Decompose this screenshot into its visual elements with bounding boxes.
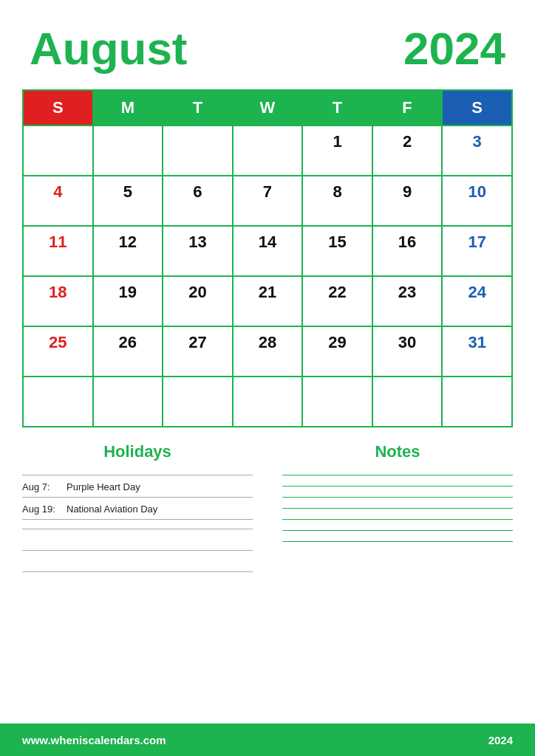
holidays-title: Holidays <box>22 442 253 461</box>
notes-line-1 <box>282 475 513 475</box>
col-header-tuesday: T <box>163 90 233 126</box>
calendar-cell: 25 <box>23 326 93 377</box>
holidays-list: Aug 7:Purple Heart DayAug 19:National Av… <box>22 475 253 520</box>
holiday-date: Aug 7: <box>22 481 67 492</box>
calendar-container: S M T W T F S 12345678910111213141516171… <box>0 89 535 427</box>
notes-lines <box>282 475 513 542</box>
calendar-cell: 3 <box>442 126 512 176</box>
col-header-monday: M <box>93 90 163 126</box>
calendar-cell: 5 <box>93 176 163 226</box>
calendar-cell <box>93 126 163 176</box>
col-header-thursday: T <box>302 90 372 126</box>
calendar-cell: 19 <box>93 276 163 326</box>
calendar-week-1: 123 <box>23 126 512 176</box>
calendar-cell: 30 <box>372 326 443 377</box>
calendar-week-6 <box>23 377 512 427</box>
holiday-entry-1: Aug 7:Purple Heart Day <box>22 475 253 498</box>
calendar-cell: 29 <box>302 326 372 377</box>
calendar-cell: 27 <box>163 326 233 377</box>
calendar-week-5: 25262728293031 <box>23 326 512 377</box>
notes-line-3 <box>282 497 513 498</box>
notes-line-7 <box>282 541 513 542</box>
calendar-cell <box>233 377 303 427</box>
calendar-week-2: 45678910 <box>23 176 512 226</box>
notes-line-5 <box>282 519 513 520</box>
calendar-cell <box>163 377 233 427</box>
calendar-cell: 12 <box>93 226 163 276</box>
notes-line-4 <box>282 508 513 509</box>
calendar-cell: 9 <box>372 176 443 226</box>
calendar-cell <box>372 377 443 427</box>
calendar-cell: 13 <box>163 226 233 276</box>
year-title: 2024 <box>403 22 505 75</box>
col-header-wednesday: W <box>233 90 303 126</box>
notes-line-2 <box>282 486 513 487</box>
holiday-date: Aug 19: <box>22 504 67 515</box>
calendar-cell: 17 <box>442 226 512 276</box>
col-header-sunday: S <box>23 90 93 126</box>
calendar-cell: 24 <box>442 276 512 326</box>
calendar-cell <box>442 377 512 427</box>
footer: www.wheniscalendars.com 2024 <box>0 724 535 756</box>
calendar-cell <box>163 126 233 176</box>
calendar-table: S M T W T F S 12345678910111213141516171… <box>22 89 513 427</box>
calendar-cell <box>23 126 93 176</box>
calendar-cell: 20 <box>163 276 233 326</box>
calendar-cell: 31 <box>442 326 512 377</box>
calendar-cell: 21 <box>233 276 303 326</box>
calendar-cell: 7 <box>233 176 303 226</box>
calendar-cell: 26 <box>93 326 163 377</box>
calendar-cell <box>233 126 303 176</box>
calendar-cell <box>302 377 372 427</box>
calendar-week-3: 11121314151617 <box>23 226 512 276</box>
holiday-name: National Aviation Day <box>67 504 157 515</box>
calendar-cell: 22 <box>302 276 372 326</box>
calendar-week-4: 18192021222324 <box>23 276 512 326</box>
calendar-body: 1234567891011121314151617181920212223242… <box>23 126 512 427</box>
header: August 2024 <box>0 0 535 89</box>
calendar-cell: 28 <box>233 326 303 377</box>
footer-year: 2024 <box>488 734 513 746</box>
calendar-cell: 2 <box>372 126 443 176</box>
bottom-section: Holidays Aug 7:Purple Heart DayAug 19:Na… <box>0 427 535 724</box>
col-header-friday: F <box>372 90 443 126</box>
calendar-cell <box>93 377 163 427</box>
calendar-header-row: S M T W T F S <box>23 90 512 126</box>
calendar-cell: 10 <box>442 176 512 226</box>
calendar-cell: 11 <box>23 226 93 276</box>
notes-section: Notes <box>268 442 513 724</box>
notes-line-6 <box>282 530 513 531</box>
calendar-cell: 15 <box>302 226 372 276</box>
calendar-cell: 14 <box>233 226 303 276</box>
col-header-saturday: S <box>442 90 512 126</box>
calendar-cell <box>23 377 93 427</box>
calendar-cell: 1 <box>302 126 372 176</box>
calendar-cell: 8 <box>302 176 372 226</box>
calendar-cell: 4 <box>23 176 93 226</box>
month-title: August <box>30 22 188 75</box>
calendar-cell: 6 <box>163 176 233 226</box>
footer-url: www.wheniscalendars.com <box>22 734 166 746</box>
holidays-section: Holidays Aug 7:Purple Heart DayAug 19:Na… <box>22 442 268 724</box>
page: August 2024 S M T W T F S 12345678910111… <box>0 0 535 756</box>
notes-title: Notes <box>282 442 513 461</box>
holiday-name: Purple Heart Day <box>67 481 140 492</box>
holiday-entry-2: Aug 19:National Aviation Day <box>22 498 253 520</box>
calendar-cell: 23 <box>372 276 443 326</box>
calendar-cell: 16 <box>372 226 443 276</box>
holiday-extra-line-3 <box>22 571 253 572</box>
calendar-cell: 18 <box>23 276 93 326</box>
